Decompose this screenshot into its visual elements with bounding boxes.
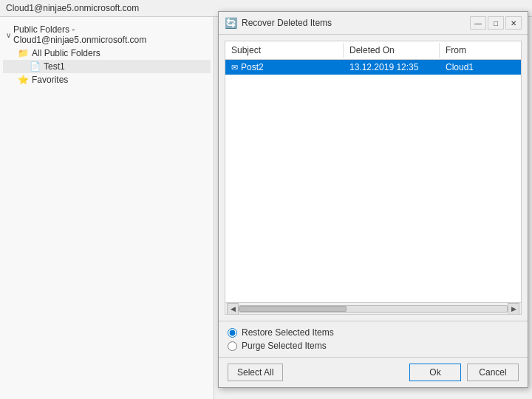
ok-button[interactable]: Ok (409, 364, 461, 381)
cell-deleted: 13.12.2019 12:35 (344, 60, 440, 75)
scrollbar-track[interactable] (239, 305, 508, 313)
favorites-label: Favorites (32, 75, 68, 85)
main-content: ∨ Public Folders - Cloud1@ninjae5.onmicr… (0, 17, 532, 399)
cancel-button[interactable]: Cancel (467, 364, 519, 381)
dialog-title-text: Recover Deleted Items (242, 18, 332, 28)
subject-value: Post2 (241, 62, 264, 72)
public-folders-header[interactable]: ∨ Public Folders - Cloud1@ninjae5.onmicr… (3, 23, 211, 47)
public-folders-section: ∨ Public Folders - Cloud1@ninjae5.onmicr… (3, 23, 211, 86)
close-button[interactable]: ✕ (505, 17, 522, 30)
all-public-folders-label: All Public Folders (32, 48, 100, 58)
dialog-titlebar: 🔄 Recover Deleted Items — □ ✕ (219, 17, 528, 35)
cell-from: Cloud1 (440, 60, 521, 75)
account-label: Cloud1@ninjae5.onmicrosoft.com (6, 3, 139, 13)
chevron-down-icon: ∨ (6, 31, 11, 39)
favorites-item[interactable]: ⭐ Favorites (3, 73, 211, 86)
dialog-buttons: Select All Ok Cancel (219, 357, 528, 387)
maximize-button[interactable]: □ (488, 17, 504, 30)
purge-radio[interactable] (228, 341, 237, 351)
scroll-left-button[interactable]: ◀ (227, 303, 239, 315)
minimize-button[interactable]: — (470, 17, 486, 30)
col-header-subject[interactable]: Subject (225, 43, 344, 58)
col-header-from[interactable]: From (440, 43, 521, 58)
left-panel: ∨ Public Folders - Cloud1@ninjae5.onmicr… (0, 17, 214, 399)
restore-radio[interactable] (228, 328, 237, 338)
table-container: Subject Deleted On From ✉ Post2 13.12.20… (219, 35, 528, 321)
restore-label: Restore Selected Items (242, 327, 334, 338)
table-header: Subject Deleted On From (225, 41, 521, 60)
dialog-titlebar-left: 🔄 Recover Deleted Items (225, 17, 332, 29)
restore-radio-item[interactable]: Restore Selected Items (228, 327, 519, 338)
message-icon: ✉ (231, 63, 238, 72)
test1-label: Test1 (44, 61, 65, 72)
folder-icon: 📁 (18, 48, 29, 58)
dialog-controls: — □ ✕ (470, 17, 522, 30)
col-header-deleted[interactable]: Deleted On (344, 43, 440, 58)
radio-group: Restore Selected Items Purge Selected It… (228, 327, 519, 351)
cell-subject: ✉ Post2 (225, 60, 344, 75)
folder-icon: 📄 (30, 61, 41, 72)
test1-item[interactable]: 📄 Test1 (3, 60, 211, 73)
dialog-options: Restore Selected Items Purge Selected It… (219, 321, 528, 357)
public-folders-label: Public Folders - Cloud1@ninjae5.onmicros… (13, 24, 208, 45)
recover-dialog: 🔄 Recover Deleted Items — □ ✕ Subject De… (218, 17, 528, 388)
select-all-button[interactable]: Select All (228, 364, 283, 381)
horizontal-scrollbar[interactable]: ◀ ▶ (225, 302, 521, 314)
all-public-folders-item[interactable]: 📁 All Public Folders (3, 47, 211, 60)
purge-label: Purge Selected Items (242, 341, 327, 351)
dialog-title-icon: 🔄 (225, 17, 237, 29)
scroll-right-button[interactable]: ▶ (508, 303, 519, 315)
table-row[interactable]: ✉ Post2 13.12.2019 12:35 Cloud1 (225, 60, 521, 75)
buttons-right: Ok Cancel (409, 364, 519, 381)
table-wrapper: Subject Deleted On From ✉ Post2 13.12.20… (225, 41, 522, 315)
scrollbar-thumb[interactable] (239, 306, 347, 312)
purge-radio-item[interactable]: Purge Selected Items (228, 341, 519, 351)
table-body: ✉ Post2 13.12.2019 12:35 Cloud1 (225, 60, 521, 302)
favorites-icon: ⭐ (18, 75, 29, 85)
